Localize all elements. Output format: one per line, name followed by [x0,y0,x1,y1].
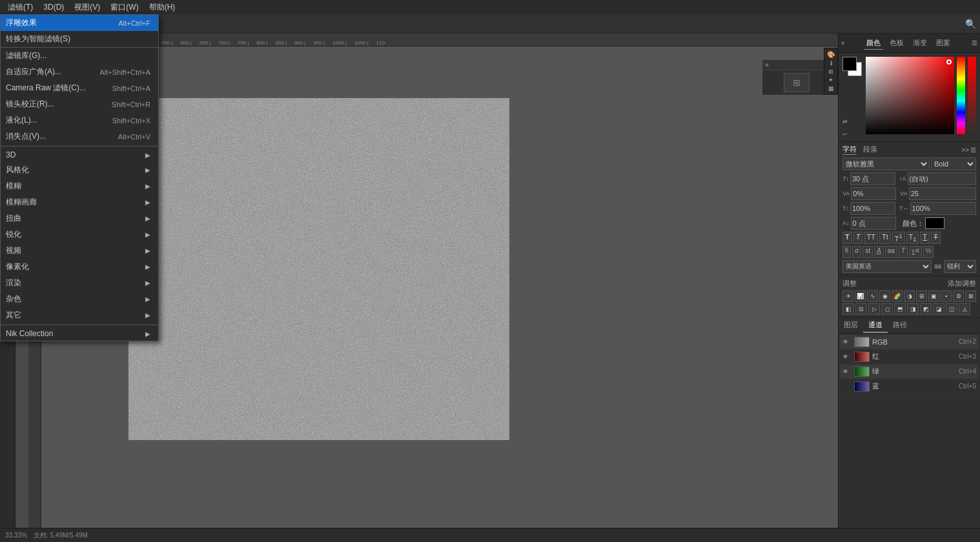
channel-eye-green[interactable]: 👁 [842,368,852,375]
menu-item-filter-gallery[interactable]: 滤镜库(G)... [1,47,158,64]
channel-eye-red[interactable]: 👁 [842,354,852,360]
menu-item-noise[interactable]: 杂色 ▶ [1,291,158,307]
font-style-select[interactable]: Bold [931,157,976,170]
vscale-input[interactable] [851,205,895,212]
adjust-r4[interactable]: ◫ [946,303,957,315]
adjust-grid-icon[interactable]: ⊠ [965,290,976,302]
menu-item-camera-raw[interactable]: Camera Raw 滤镜(C)... Shift+Ctrl+A [1,80,158,96]
menubar-3d[interactable]: 3D(D) [38,1,69,13]
menubar-help[interactable]: 帮助(H) [144,1,181,14]
menu-item-sharpen[interactable]: 锐化 ▶ [1,226,158,243]
menu-item-lens-correction[interactable]: 镜头校正(R)... Shift+Ctrl+R [1,96,158,112]
kerning-input[interactable] [852,190,895,197]
channel-eye-rgb[interactable]: 👁 [842,339,852,345]
text-btn-fi[interactable]: fi [842,246,851,257]
adjust-curves-icon[interactable]: ∿ [867,290,878,302]
text-btn-aa-lower[interactable]: aa [885,246,897,257]
reset-colors-icon[interactable]: ↩ [842,131,848,137]
alpha-strip[interactable] [968,57,976,134]
menu-item-stylize[interactable]: 风格化 ▶ [1,162,158,178]
menu-item-smart-filter[interactable]: 转换为智能滤镜(S) [1,31,158,47]
text-btn-ordinal[interactable]: 1st [909,246,922,257]
text-btn-st[interactable]: st [863,246,873,257]
menu-item-pixelate[interactable]: 像素化 ▶ [1,259,158,275]
menubar-filter[interactable]: 滤镜(T) [3,1,38,14]
adjust-selective-icon[interactable]: ⬒ [894,303,906,315]
panel-icon-2[interactable]: ✦ [828,77,833,83]
menu-item-video[interactable]: 视频 ▶ [1,243,158,259]
menu-item-adaptive-wide[interactable]: 自适应广角(A)... Alt+Shift+Ctrl+A [1,64,158,80]
typo-menu-icon[interactable]: ☰ [970,146,976,154]
text-color-swatch[interactable] [925,217,944,229]
add-adjustment-btn[interactable]: 添加调整 [948,279,976,288]
channel-row-red[interactable]: 👁 红 Ctrl+3 [840,350,979,365]
search-icon[interactable]: 🔍 [965,19,976,29]
adjust-r5[interactable]: ◬ [959,303,970,315]
menu-item-other[interactable]: 其它 ▶ [1,307,158,323]
channel-row-blue[interactable]: 👁 蓝 Ctrl+5 [840,379,979,394]
hue-strip[interactable] [957,57,965,134]
panel-icon-info[interactable]: ℹ [830,60,832,66]
adjust-bw-icon[interactable]: ▣ [928,290,939,302]
adjust-channel-icon[interactable]: ⚙ [953,290,964,302]
tab-color[interactable]: 颜色 [864,37,883,50]
panel-collapse-icon[interactable]: « [841,39,845,46]
adjust-levels-icon[interactable]: 📊 [855,290,866,302]
text-btn-smallcaps[interactable]: Tt [879,232,891,244]
line-height-input[interactable] [908,175,975,183]
tab-paragraph[interactable]: 段落 [863,145,877,155]
text-btn-bold[interactable]: T [842,232,852,244]
adjust-threshold-icon[interactable]: ▷ [868,303,880,315]
menubar-window[interactable]: 窗口(W) [105,1,143,14]
adjust-invert-icon[interactable]: ◧ [842,303,854,315]
adjust-vibrance-icon[interactable]: 🌈 [892,290,903,302]
font-size-input[interactable] [851,175,895,183]
text-btn-frac[interactable]: ½ [923,246,934,257]
swap-colors-icon[interactable]: ⇄ [842,118,848,125]
tab-gradient[interactable]: 渐变 [910,37,930,50]
menu-item-liquify[interactable]: 液化(L)... Shift+Ctrl+X [1,112,158,128]
adjust-hsl-icon[interactable]: ◑ [904,290,915,302]
hscale-input[interactable] [911,205,976,212]
channel-row-rgb[interactable]: 👁 RGB Ctrl+2 [840,335,979,350]
color-gradient-picker[interactable] [866,57,954,134]
text-btn-super[interactable]: T1 [892,232,905,244]
tab-channels[interactable]: 通道 [863,318,888,333]
menu-item-blur-gallery[interactable]: 模糊画廊 ▶ [1,194,158,210]
menu-item-vanishing-point[interactable]: 消失点(V)... Alt+Ctrl+V [1,128,158,145]
menu-item-blur[interactable]: 模糊 ▶ [1,178,158,194]
channel-eye-blue[interactable]: 👁 [842,383,852,390]
menu-item-emboss[interactable]: 浮雕效果 Alt+Ctrl+F [1,15,158,31]
panel-icon-1[interactable]: ⊞ [828,68,833,75]
text-btn-sub[interactable]: T1 [906,232,919,244]
menu-item-distort[interactable]: 扭曲 ▶ [1,210,158,226]
tab-layers[interactable]: 图层 [839,318,863,333]
adjust-posterize-icon[interactable]: ⊟ [855,303,867,315]
text-btn-italic[interactable]: T [853,232,863,244]
adjust-brightness-icon[interactable]: ☀ [842,290,853,302]
text-btn-T-italic[interactable]: T [899,246,908,257]
panel-icon-3[interactable]: ▦ [828,85,834,92]
font-family-select[interactable]: 微软雅黑 [842,157,930,170]
adjust-photo-icon[interactable]: ▪ [941,290,952,302]
menubar-view[interactable]: 视图(V) [69,1,105,14]
adjust-colorbalance-icon[interactable]: ⊞ [916,290,927,302]
language-select[interactable]: 美国英语 [842,260,932,273]
text-btn-strikethrough[interactable]: T [931,232,941,244]
text-btn-underline[interactable]: T [920,232,930,244]
panel-icon-color[interactable]: 🎨 [827,51,835,58]
menu-item-3d[interactable]: 3D ▶ [1,148,158,162]
adjust-r3[interactable]: ◪ [933,303,944,315]
tab-character[interactable]: 字符 [842,145,857,155]
text-btn-allcaps[interactable]: TT [864,232,877,244]
adjust-r2[interactable]: ◩ [920,303,932,315]
menu-item-nik-collection[interactable]: Nik Collection ▶ [1,326,158,341]
tracking-input[interactable] [910,190,975,197]
tab-paths[interactable]: 路径 [888,318,912,333]
channel-row-green[interactable]: 👁 绿 Ctrl+4 [840,365,979,379]
sharpness-select[interactable]: 锐利 [944,260,976,273]
foreground-color-swatch[interactable] [842,57,857,71]
text-btn-sigma[interactable]: σ [852,246,861,257]
baseline-input[interactable] [852,219,895,227]
typo-expand-icon[interactable]: >> [961,146,969,154]
